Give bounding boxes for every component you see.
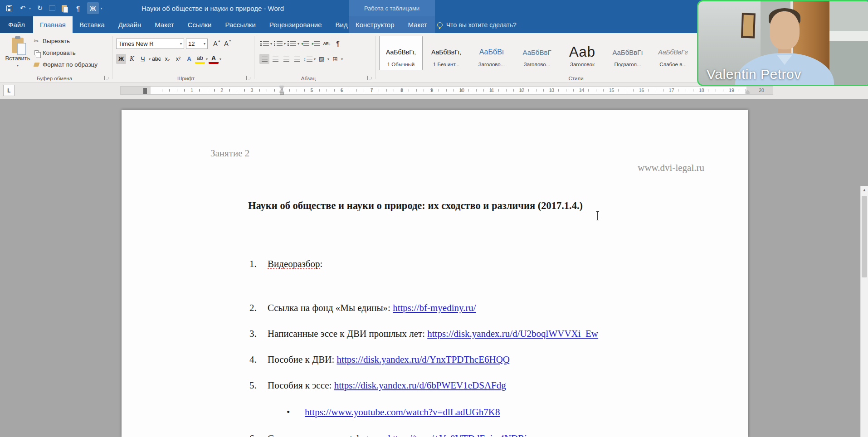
underline-button[interactable]: Ч (138, 54, 148, 64)
copy-button[interactable]: Копировать (33, 48, 98, 58)
hanging-indent-marker[interactable] (279, 89, 284, 92)
tab-references[interactable]: Ссылки (181, 16, 219, 33)
style-heading1[interactable]: АаБбВı Заголово... (470, 36, 513, 70)
numbering-dropdown-icon[interactable]: ▾ (284, 42, 286, 46)
redo-button[interactable]: ↻ (35, 2, 44, 14)
style-heading2[interactable]: АаБбВвГ Заголово... (515, 36, 559, 70)
tab-review[interactable]: Рецензирование (263, 16, 329, 33)
line-spacing-button[interactable]: ↕ (303, 54, 313, 64)
font-size-combo[interactable]: 12 ▾ (186, 39, 208, 49)
left-indent-marker[interactable] (280, 92, 284, 95)
font-name-combo[interactable]: Times New R ▾ (116, 39, 184, 49)
borders-dropdown-icon[interactable]: ▾ (341, 57, 343, 61)
style-subtle-emphasis[interactable]: АаБбВвГг Слабое в... (651, 36, 695, 70)
borders-button[interactable]: ⊞ (330, 54, 340, 64)
tell-me-box[interactable]: Что вы хотите сделать? (437, 16, 517, 33)
tab-file[interactable]: Файл (0, 16, 33, 33)
align-left-button[interactable] (259, 54, 269, 64)
font-color-button[interactable]: А (209, 54, 219, 64)
cut-button[interactable]: ✂ Вырезать (33, 36, 98, 46)
font-dialog-launcher-icon[interactable] (246, 76, 251, 80)
hyperlink[interactable]: https://disk.yandex.ru/d/6bPWEV1eDSAFdg (334, 380, 506, 391)
pilcrow-quick-button[interactable]: ¶ (73, 2, 83, 14)
hyperlink[interactable]: https://t.me/+Vc0VTDdEyiw4NDRi (388, 433, 527, 437)
hyperlink[interactable]: https://bf-myediny.ru/ (393, 302, 476, 313)
line-spacing-dropdown-icon[interactable]: ▾ (314, 57, 316, 61)
tab-stop-selector[interactable]: L (3, 85, 15, 96)
style-label: Подзагол... (614, 62, 641, 67)
right-indent-marker[interactable] (745, 90, 750, 93)
shrink-font-button[interactable]: А (221, 39, 231, 49)
hyperlink[interactable]: https://disk.yandex.ru/d/YnxTPDThcE6HQQ (337, 354, 510, 365)
highlight-button[interactable]: ab (195, 54, 205, 64)
vertical-scrollbar[interactable]: ▲ (860, 186, 868, 437)
bullets-dropdown-icon[interactable]: ▾ (270, 42, 272, 46)
highlight-dropdown-icon[interactable]: ▾ (206, 57, 208, 61)
style-label: 1 Без инт... (433, 62, 459, 67)
bullets-button[interactable] (259, 39, 269, 49)
list-text-suffix: : (320, 258, 323, 269)
style-title[interactable]: Aab Заголовок (561, 36, 604, 70)
paste-quick-button[interactable] (60, 2, 69, 14)
paste-dropdown-icon[interactable]: ▾ (17, 63, 19, 68)
scissors-icon: ✂ (33, 38, 40, 44)
paragraph-dialog-launcher-icon[interactable] (367, 76, 372, 80)
save-button[interactable] (5, 2, 14, 14)
bold-quick-button[interactable]: Ж (87, 2, 99, 14)
ruler-margin-marker[interactable] (143, 88, 147, 94)
qat-customize-icon[interactable]: ▾ (101, 6, 102, 10)
participant-name: Valentin Petrov (707, 67, 801, 82)
style-no-spacing[interactable]: АаБбВвГг, 1 Без инт... (424, 36, 468, 70)
paste-icon (62, 5, 67, 12)
strikethrough-button[interactable]: abc (151, 54, 161, 64)
clipboard-dialog-launcher-icon[interactable] (104, 76, 109, 80)
align-center-button[interactable] (270, 54, 280, 64)
style-subtitle[interactable]: АаБбВвГı Подзагол... (606, 36, 649, 70)
scrollbar-thumb[interactable] (862, 196, 867, 277)
bold-button[interactable]: Ж (116, 54, 126, 64)
horizontal-ruler: 1234567891011121314151617181920 (120, 86, 773, 95)
shading-button[interactable]: ▨ (317, 54, 327, 64)
show-marks-button[interactable]: ¶ (333, 39, 343, 49)
shading-dropdown-icon[interactable]: ▾ (327, 57, 329, 61)
underline-dropdown-icon[interactable]: ▾ (149, 57, 151, 61)
chevron-down-icon[interactable]: ▾ (201, 42, 205, 46)
align-right-button[interactable] (281, 54, 291, 64)
undo-button[interactable]: ↶ (18, 2, 27, 14)
style-label: Заголовок (570, 62, 595, 67)
ruler-number: 3 (250, 87, 253, 93)
sort-button[interactable]: АЯ↓ (322, 39, 332, 49)
tab-design[interactable]: Дизайн (112, 16, 148, 33)
text-effects-button[interactable]: А (184, 54, 194, 64)
font-color-dropdown-icon[interactable]: ▾ (219, 57, 221, 61)
undo-dropdown-icon[interactable]: ▾ (29, 6, 31, 10)
hyperlink[interactable]: https://disk.yandex.ru/d/U2boqlWVVXi_Ew (427, 328, 598, 339)
tab-table-layout[interactable]: Макет (401, 16, 434, 33)
decrease-indent-button[interactable]: ◂ (300, 39, 310, 49)
multilevel-list-button[interactable] (287, 39, 297, 49)
hyperlink[interactable]: https://www.youtube.com/watch?v=dlLadUGh… (305, 407, 500, 418)
first-line-indent-marker[interactable] (279, 86, 284, 89)
subscript-button[interactable]: x₂ (162, 54, 172, 64)
scroll-up-icon[interactable]: ▲ (861, 188, 868, 192)
chevron-down-icon[interactable]: ▾ (178, 42, 182, 46)
tab-table-design[interactable]: Конструктор (349, 16, 401, 33)
justify-button[interactable] (292, 54, 302, 64)
list-text: Пособие к ДВИ: (268, 354, 337, 365)
tab-mailings[interactable]: Рассылки (218, 16, 262, 33)
tab-home[interactable]: Главная (33, 16, 73, 33)
increase-indent-button[interactable]: ▸ (311, 39, 321, 49)
format-painter-button[interactable]: Формат по образцу (33, 59, 98, 70)
style-normal[interactable]: АаБбВвГг, 1 Обычный (379, 36, 423, 70)
document-page[interactable]: Занятие 2 www.dvi-legal.ru Науки об обще… (122, 110, 748, 437)
tab-layout[interactable]: Макет (148, 16, 180, 33)
superscript-button[interactable]: x² (173, 54, 183, 64)
ruler-number: 6 (341, 87, 343, 93)
multilevel-dropdown-icon[interactable]: ▾ (297, 42, 299, 46)
numbering-button[interactable] (273, 39, 283, 49)
tab-insert[interactable]: Вставка (73, 16, 112, 33)
paste-button[interactable]: Вставить ▾ (5, 36, 31, 71)
grow-font-button[interactable]: А (210, 39, 220, 49)
italic-button[interactable]: К (127, 54, 137, 64)
list-text: Ссылка на группу в telegram: (268, 433, 388, 437)
